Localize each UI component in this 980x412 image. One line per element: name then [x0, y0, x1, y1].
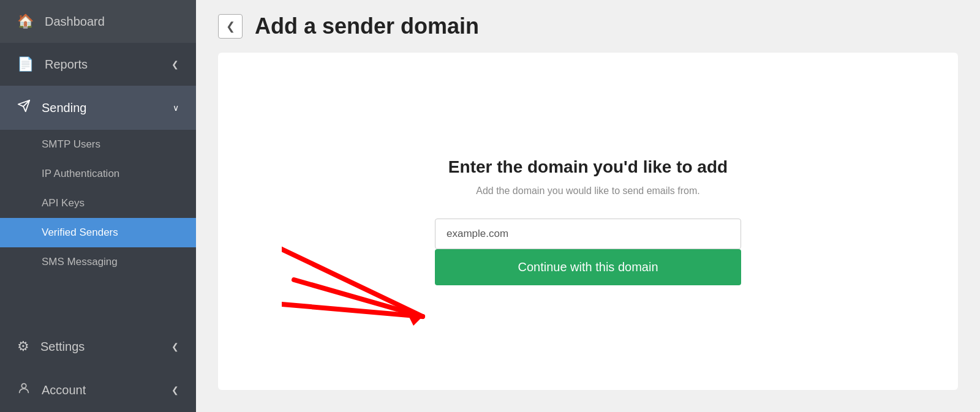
sidebar-sub-label: API Keys	[42, 197, 85, 209]
back-icon: ❮	[226, 20, 235, 33]
sidebar-item-reports[interactable]: 📄 Reports ❮	[0, 43, 196, 86]
sidebar-item-label: Reports	[45, 58, 88, 72]
domain-input[interactable]	[435, 219, 741, 249]
continue-button[interactable]: Continue with this domain	[435, 249, 741, 285]
domain-form-group: Continue with this domain	[435, 219, 741, 285]
chevron-left-icon: ❮	[172, 342, 179, 351]
svg-line-3	[282, 249, 423, 316]
sidebar-sub-label: SMTP Users	[42, 138, 100, 151]
form-heading: Enter the domain you'd like to add	[448, 157, 728, 177]
chevron-left-icon: ❮	[172, 385, 179, 395]
svg-line-4	[294, 280, 423, 316]
sidebar-item-smtp-users[interactable]: SMTP Users	[0, 130, 196, 159]
content-area: Enter the domain you'd like to add Add t…	[218, 53, 958, 390]
sidebar-item-sms-messaging[interactable]: SMS Messaging	[0, 247, 196, 277]
sidebar-item-label: Settings	[40, 340, 85, 354]
svg-line-5	[282, 304, 423, 316]
sidebar-item-ip-authentication[interactable]: IP Authentication	[0, 159, 196, 189]
form-subheading: Add the domain you would like to send em…	[476, 185, 700, 197]
sidebar-sub-label: IP Authentication	[42, 168, 119, 180]
chevron-left-icon: ❮	[172, 59, 179, 69]
sidebar-item-label: Dashboard	[45, 15, 105, 29]
sidebar-item-label: Sending	[42, 101, 86, 115]
sidebar-sub-label: Verified Senders	[42, 227, 118, 239]
sidebar-item-label: Account	[42, 383, 86, 397]
sidebar-item-api-keys[interactable]: API Keys	[0, 189, 196, 218]
sidebar-item-verified-senders[interactable]: Verified Senders	[0, 218, 196, 247]
account-icon	[17, 381, 31, 399]
sidebar-sub-label: SMS Messaging	[42, 256, 118, 268]
home-icon: 🏠	[17, 13, 34, 29]
sidebar-item-dashboard[interactable]: 🏠 Dashboard	[0, 0, 196, 43]
sidebar-item-sending[interactable]: Sending ∨	[0, 86, 196, 130]
chevron-down-icon: ∨	[173, 103, 179, 113]
main-content: ❮ Add a sender domain Enter the domain y…	[196, 0, 980, 412]
page-header: ❮ Add a sender domain	[196, 0, 980, 53]
sidebar-item-account[interactable]: Account ❮	[0, 368, 196, 412]
annotation-arrow	[282, 237, 453, 335]
svg-marker-6	[404, 307, 423, 326]
sidebar: 🏠 Dashboard 📄 Reports ❮ Sending ∨ SMTP U…	[0, 0, 196, 412]
back-button[interactable]: ❮	[218, 14, 243, 39]
reports-icon: 📄	[17, 56, 34, 72]
settings-icon: ⚙	[17, 339, 29, 354]
sidebar-item-settings[interactable]: ⚙ Settings ❮	[0, 325, 196, 368]
sending-icon	[17, 99, 31, 116]
svg-point-2	[21, 384, 26, 388]
page-title: Add a sender domain	[255, 13, 479, 39]
